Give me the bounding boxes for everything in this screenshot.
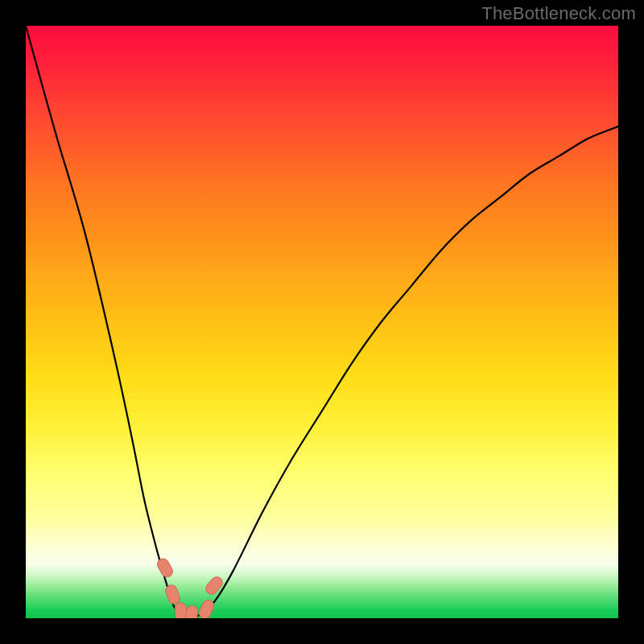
plot-area: [26, 26, 618, 618]
bottleneck-curve: [26, 26, 618, 618]
markers-layer: [155, 557, 225, 618]
watermark-text: TheBottleneck.com: [481, 3, 636, 24]
curve-marker: [184, 605, 198, 618]
chart-frame: TheBottleneck.com: [0, 0, 644, 644]
curve-marker: [155, 557, 175, 580]
curve-marker: [204, 575, 225, 597]
curve-marker: [197, 598, 216, 618]
chart-svg: [26, 26, 618, 618]
curve-layer: [26, 26, 618, 618]
